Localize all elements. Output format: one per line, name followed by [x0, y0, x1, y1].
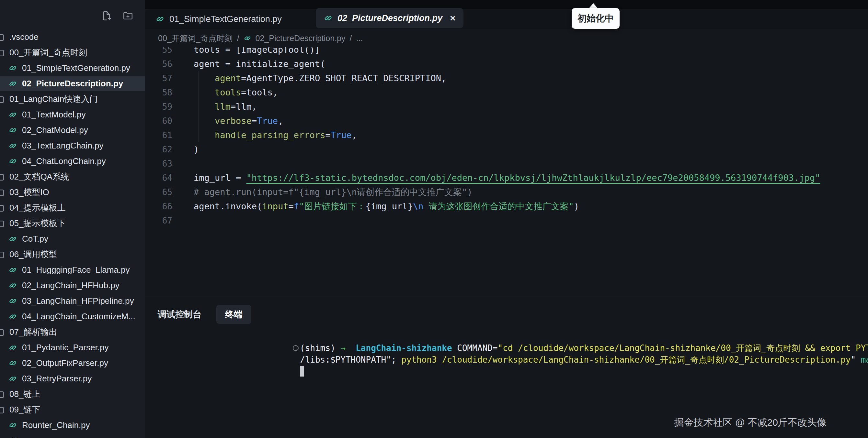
- sidebar-item[interactable]: 02_PictureDescription.py: [0, 76, 145, 91]
- sidebar-item-label: 02_PictureDescription.py: [22, 78, 123, 89]
- sidebar-item[interactable]: 09_链下: [0, 402, 145, 417]
- sidebar-item[interactable]: 01_SimpleTextGeneration.py: [0, 60, 145, 76]
- code-line[interactable]: 67: [145, 213, 868, 228]
- sidebar-item[interactable]: 04_ChatLongChain.py: [0, 153, 145, 169]
- sidebar-item-label: 01_LangChain快速入门: [9, 94, 98, 105]
- sidebar-item-label: 02_OutputFixParser.py: [22, 358, 108, 368]
- window-top-strip: [145, 0, 868, 9]
- sidebar-item[interactable]: 05_提示模板下: [0, 215, 145, 231]
- line-number[interactable]: 59: [145, 100, 172, 114]
- code-line[interactable]: 65# agent.run(input=f"{img_url}\n请创作合适的中…: [145, 185, 868, 199]
- sidebar-item[interactable]: .vscode: [0, 29, 145, 45]
- sidebar-item-label: 03_RetryParser.py: [22, 374, 92, 384]
- code-line-text: agent = initialize_agent(: [194, 57, 868, 71]
- sidebar-item[interactable]: Rounter_Chain.py: [0, 417, 145, 433]
- code-line-text: verbose=True,: [194, 114, 868, 128]
- sidebar-item-label: .vscode: [9, 32, 38, 42]
- watermark-text: 掘金技术社区 @ 不减20斤不改头像: [674, 416, 827, 429]
- sidebar-item[interactable]: 03_模型IO: [0, 184, 145, 200]
- sidebar-item-label: 09_链下: [9, 404, 40, 415]
- tab-01-simpletextgeneration[interactable]: 01_SimpleTextGeneration.py: [155, 9, 282, 29]
- code-line-text: tools=tools,: [194, 86, 868, 100]
- line-number[interactable]: 63: [145, 157, 172, 171]
- command-indicator-icon: [293, 345, 299, 351]
- line-number[interactable]: 64: [145, 171, 172, 185]
- sidebar-item[interactable]: 01_TextModel.py: [0, 107, 145, 122]
- sidebar-item[interactable]: 03_TextLangChain.py: [0, 138, 145, 153]
- tab-terminal[interactable]: 终端: [216, 305, 251, 324]
- line-number[interactable]: 56: [145, 57, 172, 71]
- sidebar-item-label: 01_HugggingFace_Llama.py: [22, 265, 129, 275]
- line-number[interactable]: 65: [145, 185, 172, 199]
- terminal-line: (shims) → LangChain-shizhanke COMMAND="c…: [300, 342, 868, 354]
- line-number[interactable]: 61: [145, 128, 172, 142]
- breadcrumb-file[interactable]: 02_PictureDescription.py: [255, 34, 346, 43]
- line-number[interactable]: 55: [145, 47, 172, 57]
- folder-icon: [0, 94, 4, 104]
- chain-file-icon: [244, 34, 251, 42]
- sidebar-item[interactable]: CoT.py: [0, 231, 145, 246]
- folder-icon: [0, 218, 4, 228]
- sidebar-item[interactable]: 07_解析输出: [0, 324, 145, 340]
- sidebar-file-list: .vscode00_开篇词_奇点时刻01_SimpleTextGeneratio…: [0, 29, 145, 438]
- sidebar-item[interactable]: 03_LangChain_HFPipeline.py: [0, 293, 145, 309]
- line-number[interactable]: 62: [145, 142, 172, 157]
- code-line[interactable]: 64img_url = "https://lf3-static.bytednsd…: [145, 171, 868, 185]
- folder-icon: [0, 172, 4, 181]
- breadcrumb-folder[interactable]: 00_开篇词_奇点时刻: [158, 33, 233, 44]
- sidebar-item-label: 00_开篇词_奇点时刻: [9, 47, 87, 58]
- code-line[interactable]: 57 agent=AgentType.ZERO_SHOT_REACT_DESCR…: [145, 71, 868, 86]
- ide-window: .vscode00_开篇词_奇点时刻01_SimpleTextGeneratio…: [0, 0, 868, 438]
- sidebar-item[interactable]: 02_LangChain_HFHub.py: [0, 277, 145, 293]
- sidebar-item[interactable]: 01_LangChain快速入门: [0, 91, 145, 107]
- sidebar-item[interactable]: 02_文档QA系统: [0, 169, 145, 184]
- tab-debug-console[interactable]: 调试控制台: [158, 309, 202, 320]
- tab-02-picturedescription[interactable]: 02_PictureDescription.py ×: [316, 8, 463, 28]
- close-tab-icon[interactable]: ×: [450, 13, 456, 23]
- line-number[interactable]: 66: [145, 199, 172, 213]
- tab-label: 01_SimpleTextGeneration.py: [169, 14, 282, 24]
- code-line[interactable]: 61 handle_parsing_errors=True,: [145, 128, 868, 142]
- panel-divider[interactable]: [145, 296, 868, 296]
- code-line[interactable]: 60 verbose=True,: [145, 114, 868, 128]
- line-number[interactable]: 58: [145, 86, 172, 100]
- folder-icon: [0, 249, 4, 259]
- sidebar-item[interactable]: 10_: [0, 433, 145, 438]
- sidebar-item[interactable]: 02_ChatModel.py: [0, 122, 145, 138]
- sidebar-item-label: 04_提示模板上: [9, 202, 65, 213]
- code-line[interactable]: 58 tools=tools,: [145, 86, 868, 100]
- new-folder-icon: [122, 10, 133, 23]
- code-line[interactable]: 59 llm=llm,: [145, 100, 868, 114]
- sidebar-item[interactable]: 04_提示模板上: [0, 200, 145, 215]
- terminal-output[interactable]: (shims) → LangChain-shizhanke COMMAND="c…: [300, 342, 868, 377]
- code-line[interactable]: 66agent.invoke(input=f"图片链接如下：{img_url}\…: [145, 199, 868, 213]
- line-number[interactable]: 60: [145, 114, 172, 128]
- sidebar-item[interactable]: 01_HugggingFace_Llama.py: [0, 262, 145, 277]
- code-line[interactable]: 63: [145, 157, 868, 171]
- new-file-icon: [101, 10, 112, 23]
- line-number[interactable]: 57: [145, 71, 172, 86]
- new-file-button[interactable]: [100, 10, 113, 23]
- sidebar-item[interactable]: 03_RetryParser.py: [0, 371, 145, 386]
- sidebar-item[interactable]: 02_OutputFixParser.py: [0, 355, 145, 371]
- code-lines: 55tools = [ImageCapTool()]56agent = init…: [145, 47, 868, 228]
- line-number[interactable]: 67: [145, 213, 172, 228]
- code-editor[interactable]: 55tools = [ImageCapTool()]56agent = init…: [145, 47, 868, 296]
- code-line[interactable]: 62): [145, 142, 868, 157]
- sidebar-item[interactable]: 01_Pydantic_Parser.py: [0, 340, 145, 355]
- sidebar-item[interactable]: 08_链上: [0, 386, 145, 402]
- sidebar-item-label: 02_文档QA系统: [9, 171, 69, 182]
- file-explorer-sidebar: .vscode00_开篇词_奇点时刻01_SimpleTextGeneratio…: [0, 0, 145, 438]
- sidebar-item[interactable]: 04_LangChain_CustomizeM...: [0, 309, 145, 324]
- chain-file-icon: [8, 281, 17, 290]
- sidebar-item[interactable]: 00_开篇词_奇点时刻: [0, 45, 145, 60]
- sidebar-item[interactable]: 06_调用模型: [0, 246, 145, 262]
- folder-icon: [0, 32, 4, 42]
- sidebar-item-label: CoT.py: [22, 234, 48, 244]
- breadcrumb-more[interactable]: ...: [356, 34, 363, 43]
- code-line[interactable]: 55tools = [ImageCapTool()]: [145, 47, 868, 57]
- sidebar-item-label: 04_ChatLongChain.py: [22, 156, 106, 166]
- code-line[interactable]: 56agent = initialize_agent(: [145, 57, 868, 71]
- terminal-line: /libs:$PYTHONPATH"; python3 /cloudide/wo…: [300, 354, 868, 366]
- new-folder-button[interactable]: [122, 10, 134, 23]
